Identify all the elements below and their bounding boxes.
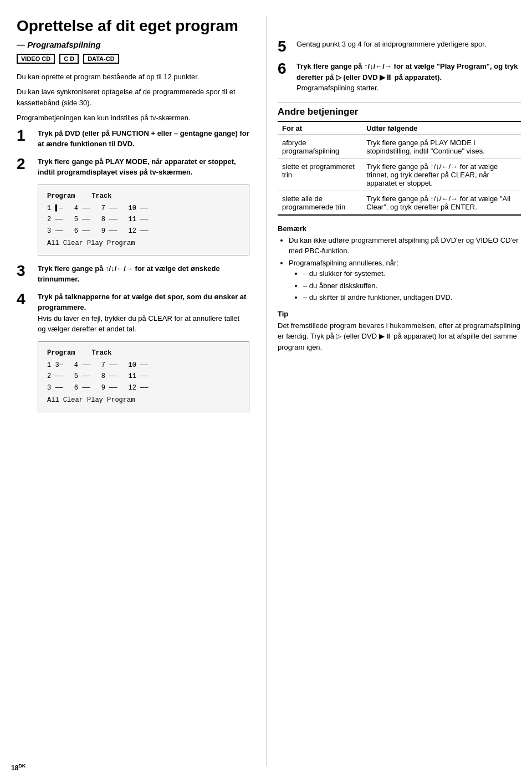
- screen1-row1: 1 ▌— 4 —— 7 —— 10 ——: [47, 203, 240, 214]
- s2r1c4: 10 ——: [128, 360, 148, 371]
- info-table: For at Udfør følgende afbryde programafs…: [278, 121, 521, 216]
- step-number-5: 5: [278, 39, 293, 54]
- s2r3c2: 6 ——: [74, 382, 90, 393]
- step-2-text: Tryk flere gange på PLAY MODE, når appar…: [38, 157, 236, 177]
- table-row: slette alle de programmerede trin Tryk f…: [278, 191, 521, 215]
- s2r3c1: 3 ——: [47, 382, 63, 393]
- step-number-1: 1: [17, 128, 34, 144]
- table-cell-desc-1: Tryk flere gange på ↑/↓/←/→ for at vælge…: [362, 158, 521, 191]
- s2r2c1: 2 ——: [47, 371, 63, 382]
- screen2-header-program: Program: [47, 347, 75, 359]
- s1r3c2: 6 ——: [74, 226, 90, 237]
- screen2-footer: All Clear Play Program: [47, 395, 240, 406]
- step-6: 6 Tryk flere gange på ↑/↓/←/→ for at væl…: [278, 61, 521, 94]
- s2r2c4: 11 ——: [128, 371, 148, 382]
- screen1-footer: All Clear Play Program: [47, 238, 240, 249]
- s1r3c1: 3 ——: [47, 226, 63, 237]
- s2r1c2: 4 ——: [74, 360, 90, 371]
- table-row: slette et programmeret trin Tryk flere g…: [278, 158, 521, 191]
- s1r1c4: 10 ——: [128, 203, 148, 214]
- step-2-content: Tryk flere gange på PLAY MODE, når appar…: [38, 156, 249, 178]
- s2r1c3: 7 ——: [101, 360, 117, 371]
- step-number-3: 3: [17, 263, 34, 279]
- s1r3c4: 12 ——: [128, 226, 148, 237]
- intro-3: Programbetjeningen kan kun indstilles på…: [17, 112, 249, 124]
- step-3-content: Tryk flere gange på ↑/↓/←/→ for at vælge…: [38, 263, 249, 285]
- step-6-content: Tryk flere gange på ↑/↓/←/→ for at vælge…: [296, 61, 521, 94]
- s2r3c3: 9 ——: [101, 382, 117, 393]
- tip-section: Tip Det fremstillede program bevares i h…: [278, 310, 521, 353]
- table-cell-desc-2: Tryk flere gange på ↑/↓/←/→ for at vælge…: [362, 191, 521, 215]
- step-3: 3 Tryk flere gange på ↑/↓/←/→ for at væl…: [17, 263, 249, 285]
- screen1-header-program: Program: [47, 191, 75, 202]
- bemærk-item-0: Du kan ikke udføre programmeret afspilni…: [289, 235, 521, 257]
- s1r2c4: 11 ——: [128, 214, 148, 225]
- step-5: 5 Gentag punkt 3 og 4 for at indprogramm…: [278, 39, 521, 54]
- step-2: 2 Tryk flere gange på PLAY MODE, når app…: [17, 156, 249, 178]
- step-4-bold: Tryk på talknapperne for at vælge det sp…: [38, 293, 246, 312]
- step-4-normal: Hvis du laver en fejl, trykker du på CLE…: [38, 314, 239, 334]
- screen-box-1: Program Track 1 ▌— 4 —— 7 —— 10 —— 2 —— …: [38, 185, 249, 255]
- step-5-content: Gentag punkt 3 og 4 for at indprogrammer…: [296, 39, 487, 50]
- bemærk-sublist: du slukker for systemet. du åbner disksk…: [289, 268, 521, 303]
- table-header-udfoe: Udfør følgende: [362, 121, 521, 135]
- s1r2c2: 5 ——: [74, 214, 90, 225]
- screen1-row2: 2 —— 5 —— 8 —— 11 ——: [47, 214, 240, 225]
- table-cell-action-0: afbryde programafspilning: [278, 135, 362, 158]
- intro-2: Du kan lave synkroniseret optagelse af d…: [17, 86, 249, 108]
- bemærk-title: Bemærk: [278, 224, 521, 233]
- table-cell-desc-0: Tryk flere gange på PLAY MODE i stopinds…: [362, 135, 521, 158]
- bemærk-list: Du kan ikke udføre programmeret afspilni…: [278, 235, 521, 303]
- section-divider: [278, 103, 521, 103]
- screen1-header-track: Track: [91, 191, 111, 202]
- screen2-row3: 3 —— 6 —— 9 —— 12 ——: [47, 382, 240, 393]
- screen2-row2: 2 —— 5 —— 8 —— 11 ——: [47, 371, 240, 382]
- tip-title: Tip: [278, 310, 521, 318]
- badge-row: VIDEO CD C D DATA-CD: [17, 54, 249, 64]
- step-4: 4 Tryk på talknapperne for at vælge det …: [17, 291, 249, 335]
- s2r2c3: 8 ——: [101, 371, 117, 382]
- bemærk-subitem-2: du skifter til andre funktioner, undtage…: [303, 292, 521, 303]
- step-number-6: 6: [278, 61, 293, 76]
- step-1-text: Tryk på DVD (eller på FUNCTION + eller –…: [38, 129, 249, 149]
- screen1-row3: 3 —— 6 —— 9 —— 12 ——: [47, 226, 240, 237]
- screen1-header: Program Track: [47, 191, 240, 202]
- page-number: 18DK: [11, 763, 25, 772]
- table-header-forat: For at: [278, 121, 362, 135]
- andre-title: Andre betjeninger: [278, 106, 521, 117]
- step-number-2: 2: [17, 156, 34, 172]
- screen2-header: Program Track: [47, 347, 240, 359]
- table-row: afbryde programafspilning Tryk flere gan…: [278, 135, 521, 158]
- table-cell-action-2: slette alle de programmerede trin: [278, 191, 362, 215]
- screen-box-2: Program Track 1 3— 4 —— 7 —— 10 —— 2 —— …: [38, 341, 249, 412]
- intro-1: Du kan oprette et program bestående af o…: [17, 71, 249, 83]
- s2r2c2: 5 ——: [74, 371, 90, 382]
- bemærk-item-1: Programafspilning annulleres, når: du sl…: [289, 258, 521, 303]
- badge-videocd: VIDEO CD: [17, 54, 55, 64]
- s2r1c1: 1 3—: [47, 360, 63, 371]
- badge-cd: C D: [59, 54, 79, 64]
- s2r3c4: 12 ——: [128, 382, 148, 393]
- step-1-content: Tryk på DVD (eller på FUNCTION + eller –…: [38, 128, 249, 150]
- right-column: 5 Gentag punkt 3 og 4 for at indprogramm…: [266, 17, 521, 766]
- s1r2c3: 8 ——: [101, 214, 117, 225]
- s1r1c2: 4 ——: [74, 203, 90, 214]
- s1r2c1: 2 ——: [47, 214, 63, 225]
- step-number-4: 4: [17, 291, 34, 307]
- step-5-text: Gentag punkt 3 og 4 for at indprogrammer…: [296, 40, 487, 48]
- s1r3c3: 9 ——: [101, 226, 117, 237]
- bemærk-subitem-1: du åbner diskskuffen.: [303, 280, 521, 291]
- s1r1c1: 1 ▌—: [47, 203, 63, 214]
- tip-text: Det fremstillede program bevares i hukom…: [278, 320, 521, 353]
- step-6-normal: Programafspilning starter.: [296, 84, 378, 92]
- step-3-text: Tryk flere gange på ↑/↓/←/→ for at vælge…: [38, 264, 220, 284]
- screen2-header-track: Track: [91, 347, 111, 359]
- s1r1c3: 7 ——: [101, 203, 117, 214]
- page-title: Oprettelse af dit eget program: [17, 17, 249, 35]
- subtitle: — Programafspilning: [17, 40, 249, 49]
- table-cell-action-1: slette et programmeret trin: [278, 158, 362, 191]
- step-6-bold: Tryk flere gange på ↑/↓/←/→ for at vælge…: [296, 62, 518, 81]
- step-4-content: Tryk på talknapperne for at vælge det sp…: [38, 291, 249, 335]
- bemærk-subitem-0: du slukker for systemet.: [303, 268, 521, 279]
- step-1: 1 Tryk på DVD (eller på FUNCTION + eller…: [17, 128, 249, 150]
